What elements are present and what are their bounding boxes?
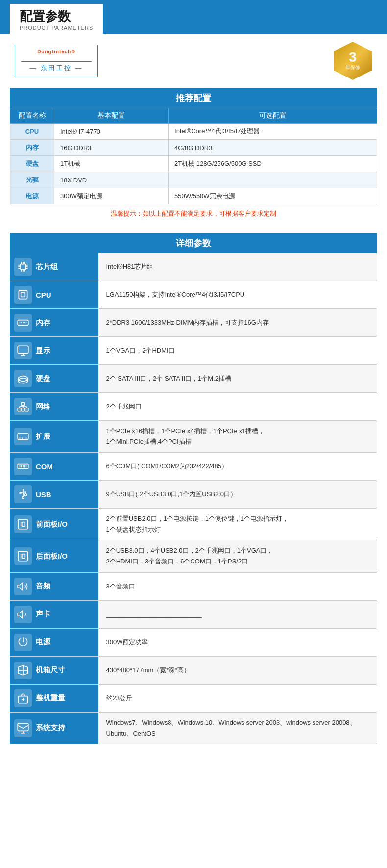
detail-value-cell: Intel®H81芯片组: [98, 253, 377, 281]
detail-value-cell: 9个USB口( 2个USB3.0口,1个内置USB2.0口）: [98, 481, 377, 509]
detail-row: 前面板I/O 2个前置USB2.0口，1个电源按键，1个复位键，1个电源指示灯，…: [10, 509, 377, 540]
detail-label-text: 前面板I/O: [36, 520, 68, 529]
recommend-row-optional: Intel®Core™4代I3/I5/I7处理器: [169, 124, 377, 140]
recommend-title-row: 推荐配置: [10, 88, 377, 108]
warranty-text: 年保修: [345, 64, 360, 71]
recommend-row-basic: 1T机械: [54, 156, 169, 172]
recommend-row-optional: [169, 172, 377, 188]
detail-label-text: USB: [36, 490, 51, 499]
detail-label-text: 电源: [36, 638, 50, 647]
detail-icon-COM: [14, 458, 32, 475]
detail-row: 后面板I/O 2个USB3.0口，4个USB2.0口，2个千兆网口，1个VGA口…: [10, 540, 377, 572]
svg-rect-31: [22, 402, 25, 406]
recommend-row-name: 内存: [10, 140, 54, 156]
header-title-bar: 配置参数 PRODUCT PARAMETERS: [0, 0, 387, 34]
detail-label-cell: 显示: [10, 337, 98, 365]
recommend-row-name: CPU: [10, 124, 54, 140]
detail-value-cell: 约23公斤: [98, 684, 377, 712]
detail-icon-显示: [14, 342, 32, 359]
detail-label-text: 机箱尺寸: [36, 665, 65, 675]
detail-label-inner: 扩展: [14, 428, 95, 445]
detail-label-cell: 系统支持: [10, 712, 98, 744]
detail-label-cell: 硬盘: [10, 365, 98, 393]
recommend-row: 电源 300W额定电源 550W/550W冗余电源: [10, 188, 377, 204]
detail-label-text: 后面板I/O: [36, 552, 68, 561]
detail-label-cell: 前面板I/O: [10, 509, 98, 540]
detail-row: USB 9个USB口( 2个USB3.0口,1个内置USB2.0口）: [10, 481, 377, 509]
detail-row: 显示 1个VGA口，2个HDMI口: [10, 337, 377, 365]
detail-label-inner: 机箱尺寸: [14, 662, 95, 679]
detail-label-cell: CPU: [10, 281, 98, 309]
detail-label-inner: 声卡: [14, 606, 95, 623]
detail-value-cell: 2个 SATA III口，2个 SATA II口，1个M.2插槽: [98, 365, 377, 393]
detail-icon-音频: [14, 578, 32, 595]
logo-sub: — 东田工控 —: [21, 61, 92, 73]
detail-icon-CPU: [14, 286, 32, 304]
detail-label-text: 整机重量: [36, 693, 65, 703]
detail-label-text: 内存: [36, 318, 50, 328]
recommend-row-basic: 18X DVD: [54, 172, 169, 188]
detail-row: 系统支持 Windows7、Windows8、Windows 10、Window…: [10, 712, 377, 744]
detail-row: 音频 3个音频口: [10, 572, 377, 600]
detail-value-cell: ___________________________: [98, 600, 377, 628]
detail-label-inner: 前面板I/O: [14, 515, 95, 533]
header-title-zh: 配置参数: [20, 8, 93, 25]
detail-label-inner: 整机重量: [14, 689, 95, 707]
detail-value-cell: 6个COM口( COM1/COM2为232/422/485）: [98, 453, 377, 481]
detail-value-cell: 2*DDR3 1600/1333MHz DIMM内存插槽，可支持16G内存: [98, 309, 377, 337]
detail-label-cell: 内存: [10, 309, 98, 337]
logo-reg: ®: [71, 49, 75, 54]
recommend-section: 推荐配置 配置名称 基本配置 可选配置 CPU Intel® I7-4770 I…: [0, 88, 387, 228]
detail-label-cell: 机箱尺寸: [10, 656, 98, 684]
detail-value-cell: 1个PCIe x16插槽，1个PCIe x4插槽，1个PCIe x1插槽，1个M…: [98, 421, 377, 453]
detail-icon-电源: [14, 634, 32, 651]
detail-row: 电源 300W额定功率: [10, 628, 377, 656]
svg-rect-29: [22, 408, 25, 411]
detail-table: 详细参数 芯片组 Intel®H81芯片组 CPU LGA1150构架，支持In…: [10, 233, 377, 744]
detail-label-text: 音频: [36, 582, 50, 591]
recommend-row-name: 电源: [10, 188, 54, 204]
recommend-row-name: 光驱: [10, 172, 54, 188]
detail-icon-前面板I/O: [14, 515, 32, 533]
recommend-title: 推荐配置: [10, 88, 377, 108]
detail-row: COM 6个COM口( COM1/COM2为232/422/485）: [10, 453, 377, 481]
detail-value-cell: LGA1150构架，支持Intel®Core™4代I3/I5/I7CPU: [98, 281, 377, 309]
detail-icon-芯片组: [14, 258, 32, 276]
recommend-row: 内存 16G DDR3 4G/8G DDR3: [10, 140, 377, 156]
warranty-hexagon: 3 年保修: [334, 42, 372, 80]
detail-label-inner: 内存: [14, 314, 95, 332]
logo-box: Dongtintech® — 东田工控 —: [15, 45, 98, 77]
col-basic: 基本配置: [54, 108, 169, 124]
recommend-row: CPU Intel® I7-4770 Intel®Core™4代I3/I5/I7…: [10, 124, 377, 140]
detail-icon-系统支持: [14, 719, 32, 737]
detail-label-cell: 音频: [10, 572, 98, 600]
detail-label-inner: 芯片组: [14, 258, 95, 276]
detail-row: 硬盘 2个 SATA III口，2个 SATA II口，1个M.2插槽: [10, 365, 377, 393]
detail-label-inner: 后面板I/O: [14, 547, 95, 565]
detail-icon-整机重量: [14, 689, 32, 707]
recommend-row-optional: 550W/550W冗余电源: [169, 188, 377, 204]
svg-rect-60: [22, 554, 25, 559]
detail-label-inner: CPU: [14, 286, 95, 304]
warranty-badge: 3 年保修: [333, 41, 372, 80]
svg-rect-30: [25, 408, 28, 411]
recommend-row-optional: 4G/8G DDR3: [169, 140, 377, 156]
detail-row: 扩展 1个PCIe x16插槽，1个PCIe x4插槽，1个PCIe x1插槽，…: [10, 421, 377, 453]
detail-row: 内存 2*DDR3 1600/1333MHz DIMM内存插槽，可支持16G内存: [10, 309, 377, 337]
recommend-row-basic: 16G DDR3: [54, 140, 169, 156]
detail-value-cell: 2个USB3.0口，4个USB2.0口，2个千兆网口，1个VGA口，2个HDMI…: [98, 540, 377, 572]
detail-row: CPU LGA1150构架，支持Intel®Core™4代I3/I5/I7CPU: [10, 281, 377, 309]
detail-value-cell: 2个前置USB2.0口，1个电源按键，1个复位键，1个电源指示灯，1个硬盘状态指…: [98, 509, 377, 540]
detail-label-text: 声卡: [36, 610, 50, 619]
warranty-num: 3: [349, 51, 357, 64]
detail-label-inner: 音频: [14, 578, 95, 595]
svg-marker-62: [18, 611, 23, 618]
detail-title: 详细参数: [10, 233, 377, 254]
detail-label-cell: 声卡: [10, 600, 98, 628]
recommend-row: 光驱 18X DVD: [10, 172, 377, 188]
recommend-col-header-row: 配置名称 基本配置 可选配置: [10, 108, 377, 124]
detail-label-text: 系统支持: [36, 723, 65, 733]
detail-icon-内存: [14, 314, 32, 332]
warm-tip: 温馨提示：如以上配置不能满足要求，可根据客户要求定制: [10, 204, 377, 228]
detail-value-cell: 300W额定功率: [98, 628, 377, 656]
